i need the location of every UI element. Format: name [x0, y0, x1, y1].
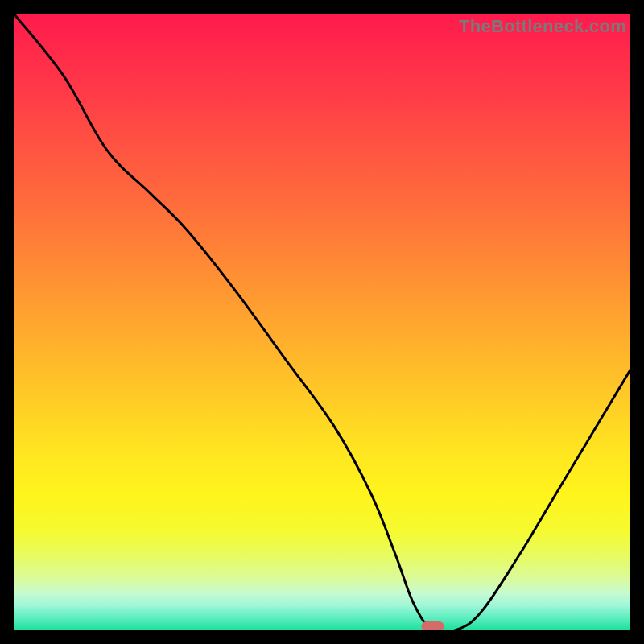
bottleneck-curve-svg	[14, 14, 630, 630]
plot-area: TheBottleneck.com	[14, 14, 630, 630]
chart-wrapper: TheBottleneck.com	[0, 0, 644, 644]
bottleneck-curve-path	[14, 14, 630, 630]
optimum-marker	[422, 621, 444, 630]
